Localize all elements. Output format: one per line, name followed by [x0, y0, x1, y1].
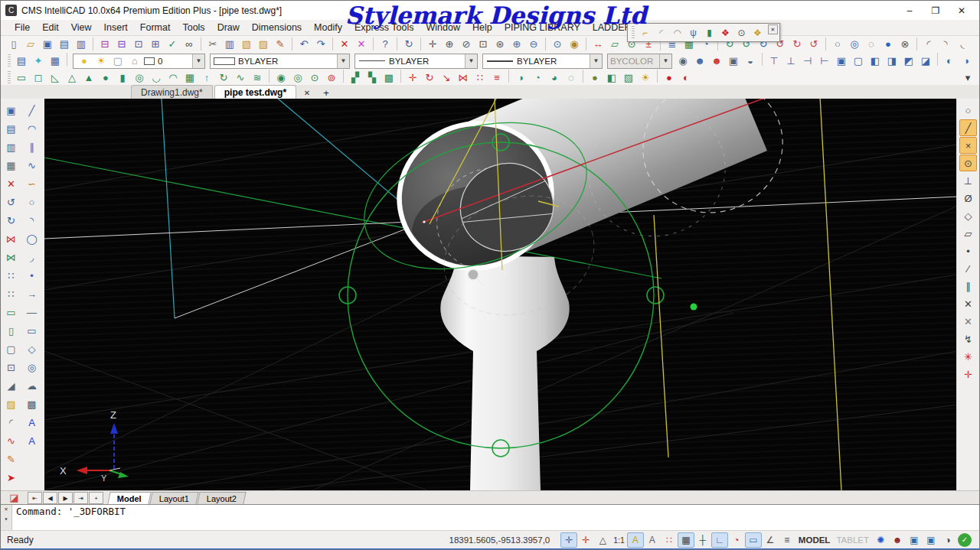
- 3d-mirror-icon[interactable]: ⋈: [455, 70, 472, 86]
- snap-grid-icon[interactable]: ∷: [661, 532, 678, 548]
- zoom-dynamic-icon[interactable]: ⊛: [492, 36, 508, 52]
- region-icon[interactable]: ▭: [2, 304, 20, 321]
- 3d-scale-icon[interactable]: ↘: [438, 70, 455, 86]
- snap-tangent-icon[interactable]: Ø: [959, 190, 977, 207]
- color-dropdown-arrow[interactable]: ▼: [337, 54, 349, 68]
- menu-file[interactable]: File: [8, 21, 36, 34]
- menu-piping-library[interactable]: PIPING LIBRARY: [498, 21, 586, 34]
- redo-icon[interactable]: ↷: [312, 36, 329, 52]
- render-preferences-icon[interactable]: ◐: [678, 70, 694, 86]
- maximize-button[interactable]: ❐: [923, 2, 949, 19]
- group-icon[interactable]: ▤: [2, 120, 20, 137]
- prev-layout-icon[interactable]: ◀: [43, 492, 57, 504]
- tab-layout1[interactable]: Layout1: [149, 492, 199, 504]
- entity-track-icon[interactable]: ◔: [728, 532, 745, 548]
- layer-freeze-icon[interactable]: ▢: [109, 53, 126, 69]
- command-expand-button[interactable]: ▾: [5, 516, 8, 526]
- print-preview-icon[interactable]: ⊡: [130, 36, 147, 52]
- copy-clip-icon[interactable]: ▥: [221, 36, 238, 52]
- text-icon[interactable]: A: [23, 414, 41, 431]
- dish-icon[interactable]: ◡: [148, 70, 165, 86]
- annotation-visibility-icon[interactable]: A: [627, 532, 644, 548]
- edit-solid-icon[interactable]: ◑: [512, 70, 529, 86]
- snap-from-icon[interactable]: ✛: [959, 366, 977, 382]
- shaded-with-edges-icon[interactable]: ⊗: [897, 36, 913, 52]
- point-icon[interactable]: •: [23, 267, 41, 284]
- layer-combo[interactable]: ●☀▢⌂ 0 ▼: [73, 54, 205, 69]
- annotation-auto-icon[interactable]: A: [644, 532, 661, 548]
- extrude-icon[interactable]: ↑: [198, 70, 215, 86]
- subtract-icon[interactable]: ◎: [289, 70, 306, 86]
- insert-block-icon[interactable]: ▦: [2, 157, 20, 174]
- intersect-icon[interactable]: ⊙: [306, 70, 323, 86]
- zoom-extents-icon[interactable]: ⊙: [549, 36, 566, 52]
- user-profile-icon[interactable]: ☻: [889, 532, 906, 548]
- ortho-icon[interactable]: ┼: [694, 532, 711, 548]
- rotate-view-left-icon[interactable]: ◐: [941, 53, 958, 69]
- view-left-icon[interactable]: ⊣: [799, 53, 816, 69]
- 3d-array-icon[interactable]: ∷: [472, 70, 488, 86]
- spline-icon[interactable]: ∿: [23, 157, 41, 174]
- materials-icon[interactable]: ◧: [603, 70, 620, 86]
- layer-on-bulb-icon[interactable]: ●: [76, 53, 93, 69]
- zoom-out-icon[interactable]: ⊖: [525, 36, 542, 52]
- color-combo[interactable]: BYLAYER ▼: [210, 54, 350, 69]
- chamfer-icon[interactable]: ◝: [937, 36, 954, 52]
- model-paper-toggle-icon[interactable]: ◪: [5, 489, 23, 506]
- camera-position-icon[interactable]: ☻: [708, 53, 725, 69]
- doc-tab-close-button[interactable]: ✕: [301, 86, 313, 99]
- snap-insertion-icon[interactable]: ▱: [959, 225, 977, 242]
- menu-express-tools[interactable]: Express Tools: [348, 21, 420, 34]
- purge-icon[interactable]: ✕: [353, 36, 370, 52]
- pipe-flange-icon[interactable]: ❖: [717, 24, 733, 41]
- ellipse-arc-icon[interactable]: ◞: [23, 249, 41, 265]
- grid-display-icon[interactable]: ▦: [678, 532, 694, 548]
- ray-icon[interactable]: →: [23, 285, 41, 302]
- snap-marker-icon[interactable]: ✛: [577, 532, 594, 548]
- view-right-icon[interactable]: ⊢: [816, 53, 833, 69]
- plot-icon[interactable]: ⊟: [113, 36, 130, 52]
- snap-center-icon[interactable]: ⊙: [959, 155, 977, 171]
- menu-modify[interactable]: Modify: [308, 21, 348, 34]
- command-history[interactable]: Command: '_3DFORBIT Type [Set] to change…: [12, 505, 979, 531]
- view-se-iso-icon[interactable]: ◨: [884, 53, 900, 69]
- minimize-button[interactable]: –: [897, 2, 923, 19]
- boundary-icon[interactable]: ▯: [2, 322, 20, 339]
- snap-intersection-icon[interactable]: ✕: [959, 295, 977, 312]
- cut-icon[interactable]: ✂: [204, 36, 221, 52]
- printstyle-combo[interactable]: BYCOLOR ▼: [607, 54, 672, 69]
- arc-icon[interactable]: ◠: [23, 120, 41, 137]
- loft-icon[interactable]: ≋: [249, 70, 266, 86]
- window-arrange-icon[interactable]: ▣: [923, 532, 939, 548]
- sphere-icon[interactable]: ●: [97, 70, 114, 86]
- layer-lock-icon[interactable]: ⌂: [126, 53, 143, 69]
- match-properties-icon[interactable]: ✎: [272, 36, 289, 52]
- publish-icon[interactable]: ⊞: [147, 36, 164, 52]
- snap-endpoint-icon[interactable]: ╱: [959, 119, 977, 136]
- find-icon[interactable]: ∞: [181, 36, 198, 52]
- tab-layout2[interactable]: Layout2: [197, 492, 247, 504]
- close-button[interactable]: ✕: [949, 2, 975, 19]
- lights-icon[interactable]: ☀: [637, 70, 654, 86]
- clean-icon[interactable]: ◌: [563, 70, 580, 86]
- thicken-icon[interactable]: ▩: [381, 70, 397, 86]
- annotation-scale-icon[interactable]: △: [594, 532, 611, 548]
- rotate-icon[interactable]: ↺: [2, 194, 20, 210]
- pipe-outlet-icon[interactable]: ψ: [685, 24, 701, 41]
- explore-layers-icon[interactable]: ▦: [47, 53, 64, 69]
- revision-cloud-icon[interactable]: ☁: [23, 377, 41, 394]
- chamfer-edge-icon[interactable]: ◢: [2, 377, 20, 394]
- pipe-elbow-icon[interactable]: ⌐: [637, 24, 653, 41]
- free-orbit-icon[interactable]: ↻: [789, 36, 805, 52]
- hatch-icon[interactable]: ▨: [2, 395, 20, 412]
- view-back-icon[interactable]: ▢: [850, 53, 867, 69]
- shaded-icon[interactable]: ●: [880, 36, 897, 52]
- clean-screen-icon[interactable]: ◑: [939, 532, 956, 548]
- sweep-icon[interactable]: ∿: [232, 70, 249, 86]
- view-top-icon[interactable]: ⊤: [766, 53, 782, 69]
- menu-view[interactable]: View: [65, 21, 98, 34]
- snap-none-icon[interactable]: ✳: [959, 348, 977, 365]
- camera-icon[interactable]: ▣: [725, 53, 742, 69]
- render-icon[interactable]: ●: [586, 70, 603, 86]
- polygon-icon[interactable]: ◇: [23, 340, 41, 357]
